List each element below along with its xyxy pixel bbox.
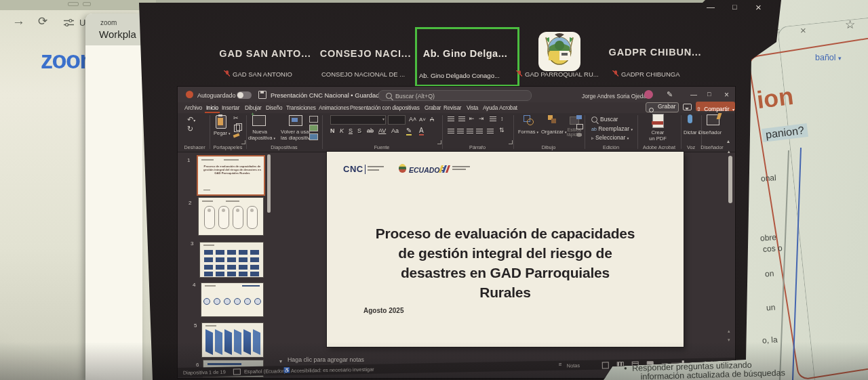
designer-label[interactable]: Diseñador	[698, 129, 722, 135]
paste-icon[interactable]	[216, 115, 226, 129]
tab-presentacion[interactable]: Presentación con diapositivas	[350, 105, 420, 111]
minimize-icon[interactable]: —	[707, 3, 715, 12]
shapes-label[interactable]: Formas ▾	[518, 129, 538, 135]
text-shadow-button[interactable]: S	[357, 127, 361, 134]
ppt-maximize-icon[interactable]: □	[707, 91, 711, 98]
tab-insertar[interactable]: Insertar	[222, 105, 239, 111]
new-slide-icon[interactable]: +	[252, 115, 266, 126]
reuse-slides-label[interactable]: Volver a usar las diapositivas	[281, 129, 311, 141]
paste-label[interactable]: Pegar ▾	[214, 130, 231, 136]
replace-button[interactable]: ab Reemplazar ▾	[591, 125, 633, 132]
tab-dibujar[interactable]: Dibujar	[245, 105, 262, 111]
maximize-icon[interactable]: □	[732, 3, 737, 11]
slide-thumbnail-5[interactable]	[201, 322, 264, 358]
notes-collapse-icon[interactable]: ▾	[279, 358, 282, 364]
bold-button[interactable]: N	[330, 127, 335, 134]
shape-fill-icon[interactable]	[576, 115, 582, 119]
dialog-launcher-icon[interactable]	[241, 140, 245, 144]
character-spacing-button[interactable]: AV	[378, 127, 386, 134]
slide-layout-icon[interactable]	[309, 116, 318, 123]
shape-effects-icon[interactable]	[576, 133, 582, 137]
tab-inicio[interactable]: Inicio	[206, 105, 218, 111]
tab-vista[interactable]: Vista	[467, 105, 478, 111]
strikethrough-button[interactable]: ab	[367, 127, 374, 134]
outdent-icon[interactable]: ⇤	[469, 115, 475, 122]
scroll-up-icon[interactable]: ▴	[728, 149, 730, 154]
dialog-launcher-icon[interactable]	[437, 140, 441, 144]
smartart-icon[interactable]: ⇅	[499, 127, 505, 133]
inner-close-icon[interactable]: ×	[800, 24, 806, 36]
participant-tile-avatar[interactable]	[538, 32, 580, 71]
thumbnail-scrollbar[interactable]	[267, 154, 271, 213]
change-case-button[interactable]: Aa	[391, 127, 399, 134]
browser-refresh-icon[interactable]: ⟳	[38, 14, 47, 28]
ppt-minimize-icon[interactable]: —	[690, 91, 697, 98]
tab-archivo[interactable]: Archivo	[184, 105, 202, 111]
align-right-icon[interactable]	[467, 128, 473, 133]
participant-tile[interactable]: Ab. Gino Delga...	[418, 47, 513, 62]
bookmark-star-icon[interactable]: ☆	[845, 18, 855, 32]
language-status[interactable]: Español (Ecuador)	[244, 368, 285, 375]
tab-transiciones[interactable]: Transiciones	[286, 105, 316, 111]
align-center-icon[interactable]	[457, 128, 464, 133]
decrease-font-icon[interactable]: A˅	[419, 117, 426, 123]
display-settings-icon[interactable]	[233, 368, 241, 375]
tab-ayuda[interactable]: Ayuda	[483, 105, 498, 111]
accessibility-status[interactable]: Accesibilidad: es necesario investigar	[291, 366, 374, 373]
close-icon[interactable]: ×	[755, 1, 762, 13]
tab-acrobat[interactable]: Acrobat	[499, 105, 517, 111]
italic-button[interactable]: K	[340, 127, 344, 134]
zoom-web-logo[interactable]: zoom	[41, 46, 88, 73]
share-button[interactable]: ⇧ Compartir ▾	[696, 102, 735, 111]
slide-section-icon[interactable]	[309, 133, 318, 140]
tab-diseno[interactable]: Diseño	[266, 105, 282, 111]
columns-icon[interactable]	[487, 128, 494, 133]
record-button[interactable]: Grabar	[646, 102, 679, 112]
normal-view-icon[interactable]	[602, 362, 609, 368]
browser-forward-icon[interactable]: →	[12, 14, 25, 28]
slide-canvas[interactable]: CNC ECUADOR Proceso de evaluación de cap…	[327, 152, 684, 347]
font-size-input[interactable]	[388, 115, 406, 125]
comment-icon[interactable]	[683, 104, 692, 110]
font-color-icon[interactable]: A	[419, 127, 424, 135]
find-button[interactable]: Buscar	[600, 116, 618, 123]
dictate-label[interactable]: Dictar ▾	[684, 129, 700, 135]
previous-slide-icon[interactable]: ▴	[728, 329, 730, 334]
tab-grabar[interactable]: Grabar	[425, 105, 441, 111]
search-box[interactable]: Buscar (Alt+Q)	[378, 90, 532, 101]
pen-icon[interactable]: ✎	[667, 90, 673, 99]
shapes-icon[interactable]	[524, 115, 532, 124]
line-spacing-icon[interactable]	[490, 116, 496, 121]
participant-tile[interactable]: CONSEJO NACI...	[317, 47, 414, 62]
create-pdf-icon[interactable]	[652, 114, 664, 128]
designer-icon[interactable]	[707, 114, 719, 125]
select-button[interactable]: ▹ Seleccionar ▾	[591, 134, 629, 141]
browser-tune-icon[interactable]	[64, 18, 74, 27]
underline-button[interactable]: S	[349, 127, 353, 134]
ppt-close-icon[interactable]: ×	[724, 90, 729, 100]
increase-font-icon[interactable]: A˄	[409, 116, 416, 123]
slide-scrollbar[interactable]	[728, 156, 732, 203]
create-pdf-label[interactable]: Crear un PDF	[648, 129, 667, 142]
autosave-toggle[interactable]	[237, 91, 252, 99]
slide-thumbnail-1[interactable]: Proceso de evaluación de capacidades de …	[197, 155, 265, 196]
notes-placeholder[interactable]: Haga clic para agregar notas	[288, 356, 364, 363]
user-name[interactable]: Jorge Andres Soria Ojeda	[582, 93, 646, 100]
indent-icon[interactable]: ⇥	[479, 115, 484, 122]
shape-outline-icon[interactable]	[576, 124, 583, 129]
numbering-icon[interactable]	[458, 116, 465, 121]
justify-icon[interactable]	[476, 128, 483, 133]
tab-animaciones[interactable]: Animaciones	[319, 105, 349, 111]
undo-icon[interactable]: ↶▾	[187, 115, 195, 124]
collapse-ribbon-icon[interactable]: ▴	[727, 138, 730, 144]
reuse-slides-icon[interactable]	[289, 115, 302, 126]
text-direction-icon[interactable]: ↕	[500, 115, 504, 122]
redo-icon[interactable]: ↻	[187, 125, 193, 133]
dictate-mic-icon[interactable]	[688, 114, 692, 123]
dialog-launcher-icon[interactable]	[509, 140, 513, 144]
user-avatar[interactable]	[644, 90, 653, 99]
next-slide-icon[interactable]: ▾	[728, 337, 730, 343]
slide-thumbnail-3[interactable]	[199, 242, 264, 278]
font-name-input[interactable]: ▾	[330, 115, 386, 125]
tab-revisar[interactable]: Revisar	[443, 105, 461, 111]
